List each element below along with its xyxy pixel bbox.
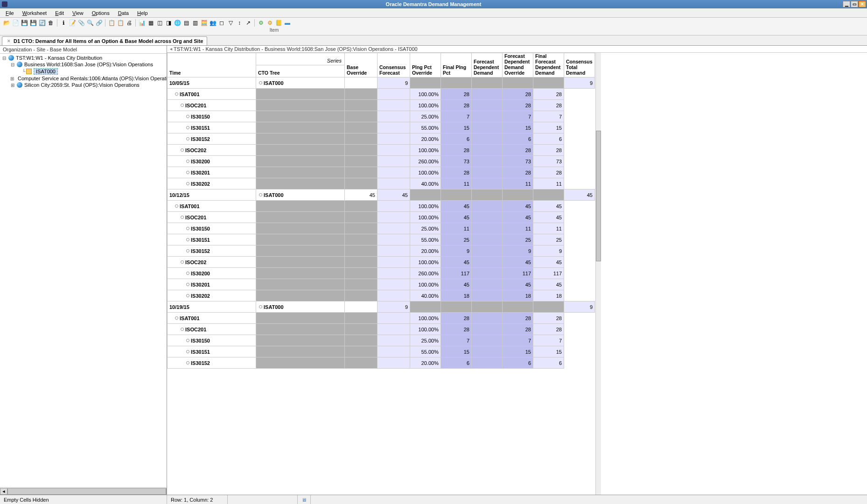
cell-base-override[interactable] <box>256 100 345 111</box>
cell-consensus-forecast[interactable] <box>345 335 378 346</box>
layout2-icon[interactable]: ◨ <box>165 19 172 27</box>
table-icon[interactable]: ▤ <box>182 19 190 27</box>
cell-fdd-override[interactable] <box>472 234 503 245</box>
cell-fdd-override[interactable] <box>472 89 503 100</box>
cto-cell[interactable]: IS30200 <box>168 268 256 279</box>
cell-consensus-forecast[interactable] <box>345 245 378 257</box>
cell-ffdd[interactable]: 45 <box>503 201 533 212</box>
cell-plng-pct-override[interactable] <box>378 201 410 212</box>
cell-ctd[interactable]: 73 <box>533 156 564 167</box>
cell-plng-pct-override[interactable] <box>378 313 410 324</box>
cell-fdd[interactable]: 45 <box>441 212 472 223</box>
menu-options[interactable]: Options <box>88 9 113 17</box>
layout-icon[interactable]: ◫ <box>156 19 163 27</box>
cell-base-override[interactable] <box>256 156 345 167</box>
tree-label[interactable]: ISAT000 <box>34 68 58 75</box>
cell-fdd-override[interactable] <box>472 111 503 122</box>
cell-final-plng-pct[interactable] <box>441 189 472 201</box>
cell-base-override[interactable] <box>256 357 345 369</box>
data-grid[interactable]: TimeSeriesBase OverrideConsensus Forecas… <box>167 53 595 495</box>
cell-fdd[interactable]: 45 <box>441 201 472 212</box>
table2-icon[interactable]: ▥ <box>191 19 199 27</box>
refresh-icon[interactable]: 🔄 <box>38 19 46 27</box>
cell-consensus-forecast[interactable] <box>345 324 378 335</box>
cell-ffdd[interactable]: 18 <box>503 290 533 301</box>
cell-ctd[interactable]: 45 <box>564 189 595 201</box>
cell-ffdd[interactable]: 28 <box>503 167 533 178</box>
menu-help[interactable]: Help <box>133 9 152 17</box>
cell-fdd[interactable]: 28 <box>441 100 472 111</box>
cell-ffdd[interactable]: 25 <box>503 234 533 245</box>
cell-plng-pct-override[interactable] <box>378 346 410 357</box>
cell-ctd[interactable]: 45 <box>533 279 564 290</box>
cell-ffdd[interactable] <box>533 77 564 89</box>
note-icon[interactable]: 📒 <box>275 19 282 27</box>
cell-fdd-override[interactable] <box>472 145 503 156</box>
cell-ffdd[interactable]: 11 <box>503 223 533 234</box>
cell-base-override[interactable] <box>256 178 345 189</box>
copy-icon[interactable]: 📋 <box>108 19 115 27</box>
cell-consensus-forecast[interactable] <box>345 156 378 167</box>
cto-cell[interactable]: IS30202 <box>168 290 256 301</box>
saveas-icon[interactable]: 💾 <box>29 19 37 27</box>
cell-plng-pct-override[interactable] <box>378 89 410 100</box>
cell-ctd[interactable]: 11 <box>533 178 564 189</box>
cell-ffdd[interactable]: 6 <box>503 133 533 145</box>
cell-plng-pct-override[interactable] <box>378 335 410 346</box>
cell-fdd-override[interactable] <box>472 346 503 357</box>
cell-ffdd[interactable]: 73 <box>503 156 533 167</box>
cell-final-plng-pct[interactable]: 20.00% <box>410 133 441 145</box>
cell-fdd-override[interactable] <box>472 245 503 257</box>
cube-icon[interactable]: ◻ <box>218 19 225 27</box>
calc-icon[interactable]: 🧮 <box>200 19 208 27</box>
scroll-thumb[interactable] <box>596 131 601 261</box>
cell-ctd[interactable]: 9 <box>533 245 564 257</box>
cto-cell[interactable]: ISOC202 <box>168 145 256 156</box>
cell-fdd-override[interactable] <box>472 201 503 212</box>
cto-cell[interactable]: IS30202 <box>168 178 256 189</box>
cto-cell[interactable]: ISOC201 <box>168 100 256 111</box>
cell-fdd-override[interactable] <box>472 223 503 234</box>
cell-consensus-forecast[interactable] <box>345 268 378 279</box>
cell-final-plng-pct[interactable]: 40.00% <box>410 178 441 189</box>
col-header[interactable]: Final Forecast Dependent Demand <box>533 53 564 77</box>
cell-final-plng-pct[interactable] <box>441 77 472 89</box>
tree-node[interactable]: ⊟Business World:1608:San Jose (OPS):Visi… <box>1 61 166 68</box>
cell-ctd[interactable]: 45 <box>533 212 564 223</box>
cell-fdd-override[interactable] <box>472 279 503 290</box>
cell-ctd[interactable]: 6 <box>533 357 564 369</box>
cell-final-plng-pct[interactable]: 100.00% <box>410 201 441 212</box>
cell-ffdd[interactable]: 28 <box>503 324 533 335</box>
cell-fdd[interactable]: 117 <box>441 268 472 279</box>
cell-ffdd[interactable]: 117 <box>503 268 533 279</box>
cell-plng-pct-override[interactable] <box>378 100 410 111</box>
tree-node[interactable]: └ISAT000 <box>1 68 166 75</box>
cell-base-override[interactable] <box>256 212 345 223</box>
cell-fdd-override[interactable] <box>472 268 503 279</box>
tree-label[interactable]: TST:W1:W1 - Kansas City Distribution <box>16 55 102 61</box>
cell-fdd[interactable]: 6 <box>441 357 472 369</box>
col-header[interactable]: Base Override <box>345 53 378 77</box>
cell-ffdd[interactable]: 45 <box>503 257 533 268</box>
cell-plng-pct-override[interactable] <box>378 178 410 189</box>
cell-consensus-forecast[interactable] <box>345 100 378 111</box>
cell-base-override[interactable] <box>256 245 345 257</box>
cell-final-plng-pct[interactable]: 25.00% <box>410 223 441 234</box>
cell-plng-pct-override[interactable] <box>378 257 410 268</box>
cto-cell[interactable]: IS30201 <box>168 279 256 290</box>
cell-ctd[interactable]: 25 <box>533 234 564 245</box>
cell-final-plng-pct[interactable]: 20.00% <box>410 357 441 369</box>
cell-ffdd[interactable]: 15 <box>503 122 533 133</box>
cell-plng-pct-override[interactable] <box>378 167 410 178</box>
info-icon[interactable]: ℹ <box>60 19 67 27</box>
chart-icon[interactable]: 📊 <box>138 19 146 27</box>
cell-fdd-override[interactable] <box>503 301 533 313</box>
menu-worksheet[interactable]: Worksheet <box>19 9 50 17</box>
menu-file[interactable]: File <box>2 9 18 17</box>
cell-base-override[interactable] <box>256 201 345 212</box>
cell-plng-pct-override[interactable] <box>378 212 410 223</box>
cell-plng-pct-override[interactable] <box>378 279 410 290</box>
members-icon[interactable]: 👥 <box>209 19 217 27</box>
cell-fdd-override[interactable] <box>472 290 503 301</box>
sort-icon[interactable]: ↕ <box>236 19 243 27</box>
